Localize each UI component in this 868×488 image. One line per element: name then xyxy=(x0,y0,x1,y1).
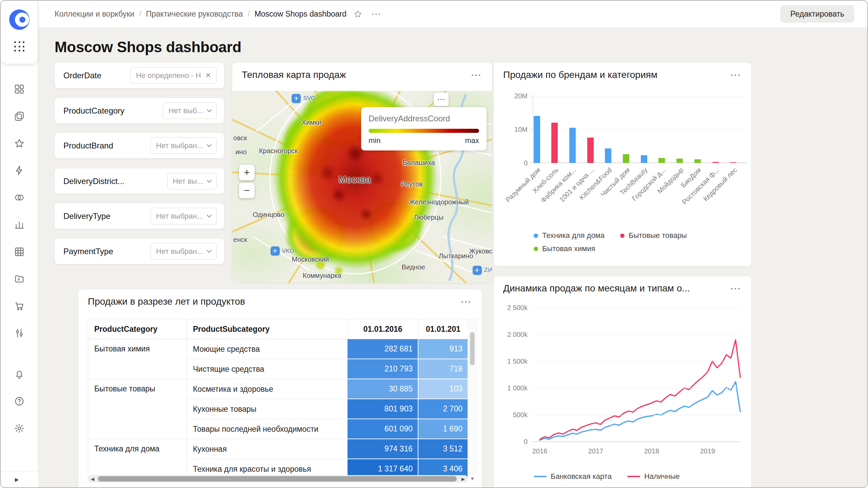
scroll-right-icon[interactable]: ▶ xyxy=(459,475,467,483)
dashboards-icon[interactable] xyxy=(14,84,25,95)
vertical-scroll-thumb[interactable] xyxy=(470,332,475,365)
help-icon[interactable] xyxy=(14,396,25,407)
filter-label: DeliveryType xyxy=(63,211,111,221)
sidebar-nav xyxy=(1,84,38,339)
column-header[interactable]: ProductSubcategory xyxy=(187,319,348,339)
bar-2[interactable] xyxy=(551,123,558,163)
legend-item[interactable]: Наличные xyxy=(627,472,680,481)
favorites-icon[interactable] xyxy=(14,138,25,149)
y-axis-label: 2 500k xyxy=(494,304,528,312)
bar-5[interactable] xyxy=(605,148,611,163)
card-menu-icon[interactable]: ⋯ xyxy=(730,283,741,294)
zoom-in-button[interactable]: + xyxy=(239,165,255,180)
vertical-scrollbar[interactable] xyxy=(468,319,477,474)
column-header[interactable]: 01.01.201 xyxy=(418,319,468,339)
bar-11[interactable] xyxy=(712,162,719,163)
card-title: Продажи в разрезе лет и продуктов xyxy=(88,296,245,307)
horizontal-scrollbar[interactable]: ◀ ▶ xyxy=(88,475,468,483)
legend-item[interactable]: Бытовая химия xyxy=(534,244,595,253)
legend-label: Банковская карта xyxy=(551,472,612,481)
bar-6[interactable] xyxy=(623,154,629,163)
scroll-left-icon[interactable]: ◀ xyxy=(88,475,97,483)
column-header[interactable]: ProductCategory xyxy=(88,319,187,339)
legend-gradient-bar xyxy=(369,129,479,133)
subcategory-cell: Моющие средства xyxy=(187,339,348,359)
subcategory-cell: Кухонная xyxy=(187,439,348,459)
filter-productbrand: ProductBrandНет выбран... xyxy=(55,133,224,158)
filter-deliverytype: DeliveryTypeНет выбран... xyxy=(55,203,224,229)
legend-item[interactable]: Техника для дома xyxy=(534,231,605,240)
charts-icon[interactable] xyxy=(14,219,25,230)
airport-svo: ✈SVO xyxy=(292,94,315,103)
horizontal-scroll-thumb[interactable] xyxy=(98,476,457,482)
expand-sidebar-icon[interactable]: ▸ xyxy=(15,475,19,484)
y-axis-label: 2 000k xyxy=(494,330,528,339)
connections-icon[interactable] xyxy=(14,165,25,176)
orderdate-control[interactable]: Не определено - Н× xyxy=(130,67,217,84)
airport-zia: ✈ZIA xyxy=(473,266,492,275)
card-menu-icon[interactable]: ⋯ xyxy=(471,69,482,80)
zoom-out-button[interactable]: − xyxy=(239,183,255,198)
bar-9[interactable] xyxy=(676,159,683,163)
bar-3[interactable] xyxy=(569,128,576,163)
workbooks-icon[interactable] xyxy=(14,111,25,122)
y-axis-label: 20M xyxy=(494,92,528,100)
y-axis-label: 0 xyxy=(494,159,528,167)
legend-item[interactable]: Бытовые товары xyxy=(620,231,687,240)
chevron-down-icon xyxy=(207,178,212,182)
subcategory-cell: Чистящие средства xyxy=(187,359,348,379)
bar-7[interactable] xyxy=(641,155,647,163)
bar-8[interactable] xyxy=(658,158,665,163)
card-menu-icon[interactable]: ⋯ xyxy=(730,69,741,80)
map-legend: DeliveryAddressCoord min max xyxy=(361,107,487,150)
deliverydistrict-control[interactable]: Нет вы... xyxy=(167,173,217,189)
datalens-logo-icon[interactable] xyxy=(9,9,29,30)
services-icon[interactable] xyxy=(14,328,25,339)
legend-dot xyxy=(534,233,538,238)
y-axis-label: 500k xyxy=(494,411,528,419)
notifications-icon[interactable] xyxy=(14,369,25,380)
apps-grid-icon[interactable] xyxy=(14,41,25,52)
edit-button[interactable]: Редактировать xyxy=(780,5,854,23)
deliverytype-control[interactable]: Нет выбран... xyxy=(150,208,217,224)
scroll-down-icon[interactable]: ▾ xyxy=(468,474,477,483)
axis-tick xyxy=(530,129,533,130)
value-cell: 103 xyxy=(418,379,468,399)
bar-1[interactable] xyxy=(534,116,540,163)
filter-value: Не определено - Н xyxy=(136,71,201,80)
map-label: Московский xyxy=(292,256,329,263)
breadcrumb-more-icon[interactable]: ⋯ xyxy=(371,9,381,19)
breadcrumb-item[interactable]: Коллекции и воркбуки xyxy=(55,9,134,19)
bar-4[interactable] xyxy=(587,138,594,163)
series-line xyxy=(540,382,740,440)
bar-chart-legend: Техника для домаБытовые товарыБытовая хи… xyxy=(534,231,710,253)
card-menu-icon[interactable]: ⋯ xyxy=(460,296,472,307)
editor-icon[interactable] xyxy=(14,246,25,257)
bar-10[interactable] xyxy=(694,159,701,163)
breadcrumb: Коллекции и воркбуки/Практические руково… xyxy=(55,9,347,19)
map-label: Коммунарка xyxy=(303,272,341,280)
favorite-star-icon[interactable] xyxy=(353,9,362,19)
column-header[interactable]: 01.01.2016 xyxy=(348,319,418,339)
line-chart-card: Динамика продаж по месяцам и типам о... … xyxy=(494,276,751,488)
settings-icon[interactable] xyxy=(14,423,25,434)
chevron-down-icon xyxy=(207,212,212,217)
sidebar-nav-bottom xyxy=(1,369,38,434)
map-options-icon[interactable]: ⋯ xyxy=(434,93,449,106)
filter-value: Нет выб... xyxy=(169,106,203,115)
clear-icon[interactable]: × xyxy=(205,72,211,79)
legend-item[interactable]: Банковская карта xyxy=(534,472,612,481)
bar-12[interactable] xyxy=(730,162,736,163)
datasets-icon[interactable] xyxy=(14,192,25,203)
x-axis-label: 2017 xyxy=(584,447,608,455)
moscow-map[interactable]: ХимкиКрасногорсковскиноОдинцовоенскМоскв… xyxy=(232,91,492,283)
productbrand-control[interactable]: Нет выбран... xyxy=(150,137,217,154)
paymenttype-control[interactable]: Нет выбран... xyxy=(150,243,217,260)
airport-code: VKO xyxy=(282,248,294,255)
breadcrumb-item[interactable]: Практические руководства xyxy=(146,9,243,19)
airport-code: SVO xyxy=(303,95,315,102)
sql-icon[interactable] xyxy=(14,273,25,284)
productcategory-control[interactable]: Нет выб... xyxy=(163,102,217,119)
category-cell: Техника для дома xyxy=(88,439,187,479)
marketplace-icon[interactable] xyxy=(14,301,25,311)
